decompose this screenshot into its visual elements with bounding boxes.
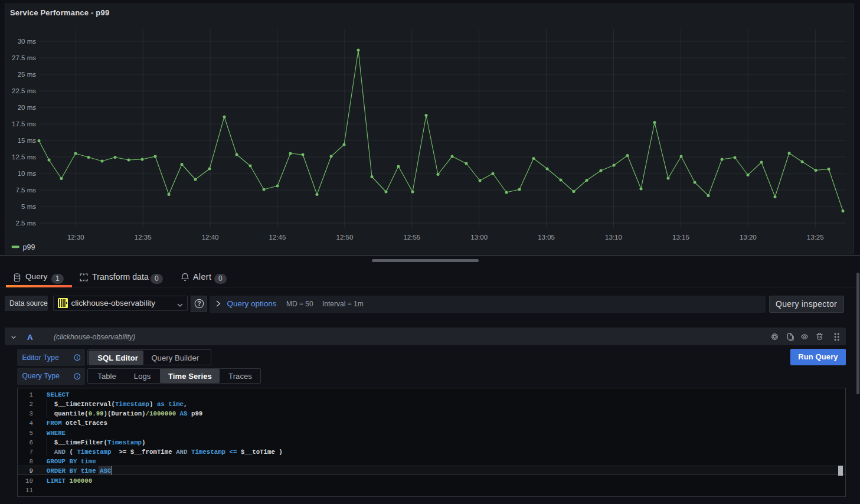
svg-text:13:25: 13:25 [807, 234, 824, 241]
svg-text:15 ms: 15 ms [18, 137, 37, 144]
svg-text:12:50: 12:50 [336, 234, 354, 241]
svg-text:12:45: 12:45 [269, 234, 286, 241]
svg-text:22.5 ms: 22.5 ms [12, 87, 36, 94]
svg-text:13:00: 13:00 [470, 234, 488, 241]
svg-text:12:40: 12:40 [202, 234, 219, 241]
svg-text:p99: p99 [23, 243, 35, 251]
svg-text:25 ms: 25 ms [18, 71, 37, 78]
svg-text:13:05: 13:05 [538, 234, 555, 241]
svg-text:7.5 ms: 7.5 ms [15, 186, 36, 194]
svg-text:10 ms: 10 ms [18, 170, 37, 177]
svg-text:12.5 ms: 12.5 ms [12, 153, 36, 161]
svg-text:12:55: 12:55 [403, 234, 420, 241]
svg-text:27.5 ms: 27.5 ms [12, 54, 36, 61]
svg-text:2.5 ms: 2.5 ms [15, 220, 36, 227]
svg-text:?: ? [197, 300, 201, 307]
svg-text:20 ms: 20 ms [18, 104, 37, 111]
svg-text:12:35: 12:35 [135, 234, 152, 241]
svg-text:13:10: 13:10 [605, 234, 622, 241]
svg-text:13:20: 13:20 [740, 234, 757, 241]
svg-text:12:30: 12:30 [67, 234, 84, 241]
svg-text:13:15: 13:15 [672, 234, 689, 241]
svg-text:5 ms: 5 ms [21, 203, 36, 210]
svg-text:30 ms: 30 ms [18, 38, 37, 45]
svg-text:17.5 ms: 17.5 ms [12, 120, 36, 127]
